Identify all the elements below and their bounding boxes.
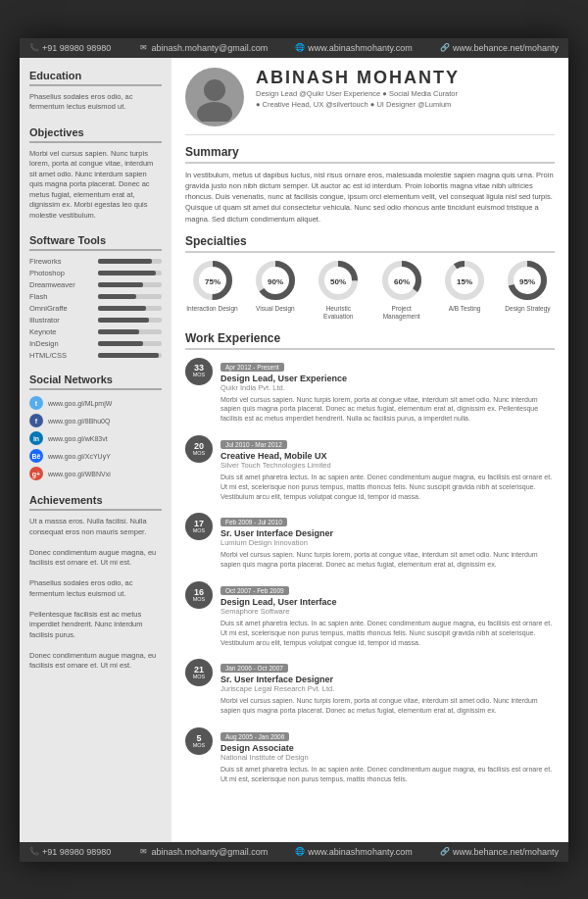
- work-date: Jul 2010 - Mar 2012: [220, 440, 287, 449]
- experience-title: Work Experience: [185, 331, 555, 350]
- work-company: Juriscape Legal Research Pvt. Ltd.: [220, 684, 555, 693]
- experience-section: Work Experience 33 MOS Apr 2012 - Presen…: [185, 331, 555, 784]
- tools-list: Fireworks Photoshop Dreamweaver Flash Om…: [29, 257, 162, 360]
- specialty-item: 50% Heuristic Evaluation: [312, 259, 366, 322]
- work-date: Apr 2012 - Present: [220, 363, 284, 372]
- social-icon: t: [29, 396, 43, 410]
- donut-chart: 50%: [317, 259, 360, 302]
- tool-bar: [98, 329, 162, 334]
- bottom-bar: 📞 +91 98980 98980 ✉ abinash.mohanty@gmai…: [20, 842, 568, 862]
- header-behance: www.behance.net/mohanty: [453, 43, 559, 53]
- education-title: Education: [29, 70, 162, 86]
- work-company: Lumium Design Innovation: [220, 538, 555, 547]
- footer-phone-text: +91 98980 98980: [42, 847, 111, 857]
- work-date: Feb 2009 - Jul 2010: [220, 518, 287, 526]
- svg-text:75%: 75%: [204, 277, 220, 286]
- badge-unit: MOS: [193, 373, 206, 378]
- phone-item: 📞 +91 98980 98980: [29, 43, 111, 53]
- work-badge: 33 MOS: [185, 358, 213, 385]
- header-phone: +91 98980 98980: [42, 43, 111, 53]
- tool-bar-fill: [98, 353, 159, 358]
- work-item: 16 MOS Oct 2007 - Feb 2009 Design Lead, …: [185, 579, 555, 647]
- summary-title: Summary: [185, 145, 555, 164]
- behance-item: 🔗 www.behance.net/mohanty: [440, 43, 559, 53]
- work-desc: Morbi vel cursus sapien. Nunc turpis lor…: [220, 550, 555, 570]
- tool-row: InDesign: [29, 339, 162, 348]
- work-date: Jan 2006 - Oct 2007: [220, 664, 288, 673]
- footer-phone-icon: 📞: [29, 847, 39, 857]
- work-desc: Duis sit amet pharetra lectus. In ac sap…: [220, 473, 555, 501]
- tool-row: Photoshop: [29, 269, 162, 277]
- tools-title: Software Tools: [29, 234, 162, 251]
- footer-website-text: www.abinashmohanty.com: [308, 847, 412, 857]
- badge-unit: MOS: [193, 528, 206, 534]
- behance-icon: 🔗: [440, 43, 450, 53]
- achievements-text: Ut a massa eros. Nulla facilisi. Nulla c…: [29, 517, 162, 672]
- specialty-label: A/B Testing: [449, 305, 481, 313]
- work-badge: 20 MOS: [185, 435, 213, 463]
- work-desc: Duis sit amet pharetra lectus. In ac sap…: [220, 619, 555, 647]
- social-icon: g+: [29, 467, 43, 480]
- social-row: t www.goo.gl/MLpmjW: [29, 396, 162, 410]
- tool-name: InDesign: [29, 339, 93, 348]
- specialty-item: 90% Visual Design: [248, 259, 302, 322]
- tool-row: Fireworks: [29, 257, 162, 266]
- tool-bar-fill: [98, 294, 136, 299]
- tool-bar-fill: [98, 259, 152, 264]
- main-content: ABINASH MOHANTY Design Lead @Quikr User …: [172, 58, 568, 842]
- profile-title: Design Lead @Quikr User Experience ● Soc…: [256, 88, 555, 111]
- specialty-label: Heuristic Evaluation: [312, 305, 366, 322]
- work-badge: 17 MOS: [185, 513, 213, 540]
- work-badge: 16 MOS: [185, 581, 213, 609]
- work-details: Jul 2010 - Mar 2012 Creative Head, Mobil…: [220, 433, 555, 501]
- phone-icon: 📞: [29, 43, 39, 53]
- work-company: Quikr India Pvt. Ltd.: [220, 383, 555, 392]
- social-section: Social Networks t www.goo.gl/MLpmjW f ww…: [29, 374, 162, 480]
- footer-behance-text: www.behance.net/mohanty: [453, 847, 559, 857]
- donut-chart: 95%: [506, 259, 549, 302]
- tool-row: Flash: [29, 292, 162, 301]
- work-company: Semaphore Software: [220, 607, 555, 616]
- work-desc: Duis sit amet pharetra lectus. In ac sap…: [220, 765, 555, 784]
- objectives-section: Objectives Morbi vel cursus sapien. Nunc…: [29, 126, 162, 222]
- tool-name: OmniGraffe: [29, 304, 93, 313]
- tool-bar-fill: [98, 329, 139, 334]
- tool-bar-fill: [98, 318, 149, 323]
- tool-row: Illustrator: [29, 316, 162, 325]
- work-title: Sr. User Interface Designer: [220, 674, 555, 684]
- header-website: www.abinashmohanty.com: [308, 43, 412, 53]
- specialty-item: 75% Interaction Design: [185, 259, 239, 322]
- sidebar: Education Phasellus sodales eros odio, a…: [20, 58, 172, 842]
- avatar-svg: [190, 73, 239, 122]
- footer-behance-icon: 🔗: [440, 847, 450, 857]
- website-item: 🌐 www.abinashmohanty.com: [295, 43, 412, 53]
- footer-behance: 🔗 www.behance.net/mohanty: [440, 847, 559, 857]
- specialty-label: Project Management: [374, 305, 428, 322]
- tool-bar: [98, 282, 162, 287]
- tool-name: Photoshop: [29, 269, 93, 277]
- donut-chart: 75%: [191, 259, 234, 302]
- work-title: Design Lead, User Interface: [220, 597, 555, 607]
- achievements-section: Achievements Ut a massa eros. Nulla faci…: [29, 494, 162, 672]
- summary-section: Summary In vestibulum, metus ut dapibus …: [185, 145, 555, 225]
- social-list: t www.goo.gl/MLpmjW f www.goo.gl/8Bhu0Q …: [29, 396, 162, 480]
- work-details: Feb 2009 - Jul 2010 Sr. User Interface D…: [220, 511, 555, 570]
- svg-text:60%: 60%: [394, 277, 410, 286]
- work-date: Aug 2005 - Jan 2006: [220, 732, 289, 741]
- education-section: Education Phasellus sodales eros odio, a…: [29, 70, 162, 113]
- footer-web-icon: 🌐: [295, 847, 305, 857]
- svg-text:50%: 50%: [330, 277, 346, 286]
- donut-chart: 60%: [380, 259, 423, 302]
- specialty-label: Visual Design: [256, 305, 295, 313]
- experience-list: 33 MOS Apr 2012 - Present Design Lead, U…: [185, 356, 555, 784]
- footer-email: ✉ abinash.mohanty@gmail.com: [138, 847, 268, 857]
- specialty-label: Interaction Design: [186, 305, 237, 313]
- objectives-title: Objectives: [29, 126, 162, 143]
- social-row: g+ www.goo.gl/WBNVxi: [29, 467, 162, 480]
- tool-name: HTML/CSS: [29, 351, 93, 360]
- email-item: ✉ abinash.mohanty@gmail.com: [138, 43, 268, 53]
- social-icon: in: [29, 431, 43, 445]
- tool-bar-fill: [98, 282, 143, 287]
- tool-name: Fireworks: [29, 257, 93, 266]
- badge-unit: MOS: [193, 743, 206, 749]
